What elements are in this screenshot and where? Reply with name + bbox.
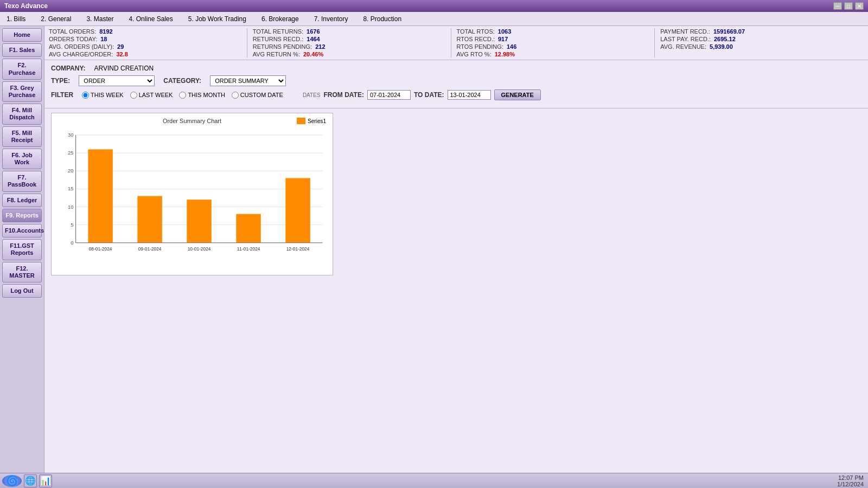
menu-job-work[interactable]: 5. Job Work Trading <box>186 14 248 24</box>
minimize-button[interactable]: ─ <box>833 2 842 10</box>
sidebar-item-grey-purchase[interactable]: F3. Grey Purchase <box>2 81 42 102</box>
menu-inventory[interactable]: 7. Inventory <box>312 14 350 24</box>
svg-text:20: 20 <box>68 168 73 174</box>
menu-bills[interactable]: 1. Bills <box>4 14 28 24</box>
to-date-label: TO DATE: <box>414 91 444 99</box>
sidebar-item-sales[interactable]: F1. Sales <box>2 43 42 57</box>
radio-this-month-label: THIS MONTH <box>188 92 225 98</box>
taskbar-icon-browser[interactable]: 🌐 <box>24 474 37 487</box>
total-returns-label: TOTAL RETURNS: <box>253 28 303 35</box>
date-display: 1/12/2024 <box>837 481 864 487</box>
legend-label: Series1 <box>308 118 326 124</box>
radio-this-month[interactable]: THIS MONTH <box>179 92 225 99</box>
filter-label: FILTER <box>51 91 73 99</box>
chart-legend: Series1 <box>297 118 326 124</box>
type-select[interactable]: ORDER <box>79 75 155 86</box>
taskbar-time: 12:07 PM 1/12/2024 <box>837 474 864 487</box>
sidebar-item-gst-reports[interactable]: F11.GST Reports <box>2 239 42 260</box>
avg-rto-label: AVG RTO %: <box>457 51 492 57</box>
stats-group-payment: PAYMENT RECD.: 1591669.07 LAST PAY. RECD… <box>660 28 858 57</box>
maximize-button[interactable]: □ <box>844 2 853 10</box>
rtos-recd-label: RTOS RECD.: <box>457 36 495 42</box>
from-date-input[interactable] <box>367 90 411 100</box>
radio-this-week-label: THIS WEEK <box>91 92 124 98</box>
stats-group-rtos: TOTAL RTOS: 1063 RTOS RECD.: 917 RTOS PE… <box>457 28 655 57</box>
svg-text:09-01-2024: 09-01-2024 <box>138 246 162 252</box>
sidebar-item-passbook[interactable]: F7. PassBook <box>2 171 42 191</box>
svg-text:10: 10 <box>68 204 73 210</box>
time-display: 12:07 PM <box>837 474 864 481</box>
rtos-pending-value: 146 <box>507 43 516 50</box>
stats-group-returns: TOTAL RETURNS: 1676 RETURNS RECD.: 1464 … <box>253 28 451 57</box>
sidebar-item-job-work[interactable]: F6. Job Work <box>2 149 42 169</box>
menu-online-sales[interactable]: 4. Online Sales <box>126 14 175 24</box>
orders-today-value: 18 <box>100 36 107 42</box>
rtos-recd-value: 917 <box>498 36 508 42</box>
app-title: Texo Advance <box>4 2 48 10</box>
radio-custom-date-label: CUSTOM DATE <box>240 92 283 98</box>
returns-pending-label: RETURNS PENDING: <box>253 43 312 50</box>
generate-button[interactable]: GENERATE <box>494 89 541 100</box>
stats-group-orders: TOTAL ORDERS: 8192 ORDERS TODAY: 18 AVG.… <box>49 28 247 57</box>
sidebar-item-accounts[interactable]: F10.Accounts <box>2 224 42 237</box>
svg-rect-16 <box>137 196 162 243</box>
returns-recd-value: 1464 <box>307 36 320 42</box>
svg-text:5: 5 <box>71 222 73 228</box>
company-value: ARVIND CREATION <box>94 65 154 72</box>
menu-production[interactable]: 8. Production <box>361 14 404 24</box>
to-date-input[interactable] <box>448 90 491 100</box>
total-orders-value: 8192 <box>99 28 112 35</box>
svg-text:11-01-2024: 11-01-2024 <box>237 246 260 252</box>
svg-rect-20 <box>236 214 260 243</box>
radio-this-week[interactable]: THIS WEEK <box>82 92 124 99</box>
logout-button[interactable]: Log Out <box>2 284 42 298</box>
sidebar-item-purchase[interactable]: F2. Purchase <box>2 59 42 79</box>
avg-revenue-value: 5,939.00 <box>710 43 733 50</box>
menu-brokerage[interactable]: 6. Brokerage <box>259 14 301 24</box>
chart-container: Order Summary Chart Series1 051015202530… <box>51 113 333 275</box>
radio-last-week[interactable]: LAST WEEK <box>130 92 173 99</box>
type-label: TYPE: <box>51 77 70 85</box>
returns-pending-value: 212 <box>315 43 325 50</box>
close-button[interactable]: ✕ <box>855 2 864 10</box>
menu-general[interactable]: 2. General <box>39 14 73 24</box>
form-area: COMPANY: ARVIND CREATION TYPE: ORDER CAT… <box>44 60 868 108</box>
chart-area: Order Summary Chart Series1 051015202530… <box>44 108 868 473</box>
sidebar-item-mill-receipt[interactable]: F5. Mill Receipt <box>2 126 42 147</box>
total-rtos-label: TOTAL RTOS: <box>457 28 495 35</box>
chart-title: Order Summary Chart <box>56 118 328 124</box>
taskbar-icon-app[interactable]: 📊 <box>39 474 52 487</box>
avg-rto-value: 12.98% <box>495 51 515 57</box>
svg-text:25: 25 <box>68 150 73 156</box>
total-orders-label: TOTAL ORDERS: <box>49 28 96 35</box>
returns-recd-label: RETURNS RECD.: <box>253 36 304 42</box>
sidebar-item-home[interactable]: Home <box>2 28 42 42</box>
svg-text:10-01-2024: 10-01-2024 <box>188 246 211 252</box>
sidebar-item-ledger[interactable]: F8. Ledger <box>2 194 42 207</box>
svg-rect-18 <box>187 200 211 242</box>
start-button[interactable]: 🌀 <box>2 475 22 487</box>
total-returns-value: 1676 <box>307 28 320 35</box>
menu-bar: 1. Bills 2. General 3. Master 4. Online … <box>0 12 868 26</box>
last-pay-label: LAST PAY. RECD.: <box>660 36 711 42</box>
chart-svg: 05101520253008-01-202409-01-202410-01-20… <box>56 126 328 268</box>
svg-text:0: 0 <box>71 240 73 246</box>
menu-master[interactable]: 3. Master <box>84 14 116 24</box>
total-rtos-value: 1063 <box>498 28 511 35</box>
svg-text:15: 15 <box>68 185 73 191</box>
filter-radio-group: THIS WEEK LAST WEEK THIS MONTH CUSTOM DA… <box>82 92 283 99</box>
sidebar-item-reports[interactable]: F9. Reports <box>2 209 42 222</box>
sidebar-item-mill-dispatch[interactable]: F4. Mill Dispatch <box>2 104 42 124</box>
stats-row: TOTAL ORDERS: 8192 ORDERS TODAY: 18 AVG.… <box>44 26 868 60</box>
from-date-label: FROM DATE: <box>324 91 364 99</box>
category-select[interactable]: ORDER SUMMARY <box>210 75 286 86</box>
sidebar: Home F1. Sales F2. Purchase F3. Grey Pur… <box>0 26 44 473</box>
avg-charge-value: 32.8 <box>116 51 127 57</box>
legend-color-box <box>297 118 305 124</box>
radio-custom-date[interactable]: CUSTOM DATE <box>232 92 283 99</box>
company-label: COMPANY: <box>51 65 86 72</box>
payment-recd-value: 1591669.07 <box>713 28 745 35</box>
category-label: CATEGORY: <box>163 77 201 85</box>
sidebar-item-master[interactable]: F12. MASTER <box>2 262 42 282</box>
last-pay-value: 2695.12 <box>714 36 736 42</box>
